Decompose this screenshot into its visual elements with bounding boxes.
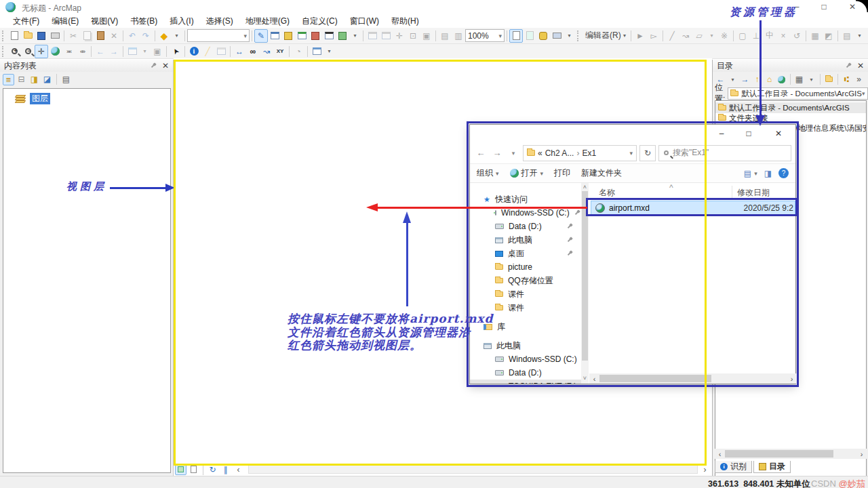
explorer-maximize-icon[interactable]: □ — [738, 127, 759, 140]
editor-toolbar-grip[interactable] — [577, 30, 580, 41]
refresh-view-button[interactable]: ↻ — [207, 464, 218, 475]
default-geodatabase-icon[interactable] — [776, 74, 787, 85]
zoom-in-icon[interactable]: + — [7, 45, 21, 58]
catalog-tree-item-default-workspace[interactable]: 默认工作目录 - Documents\ArcGIS — [715, 102, 866, 113]
file-scroll-left-icon[interactable]: ‹ — [589, 375, 599, 383]
page-zoom-in-icon[interactable]: ▤ — [438, 29, 452, 43]
cut-polygons-icon[interactable]: 中 — [763, 29, 776, 43]
location-combo[interactable]: 默认工作目录 - Documents\ArcGIS ▾ — [728, 87, 867, 100]
sidebar-scroll-thumb[interactable] — [582, 191, 588, 361]
sidebar-item-toshiba-ext[interactable]: TOSHIBA EXT (F:) — [470, 380, 581, 384]
layout-view-button[interactable] — [188, 464, 199, 475]
file-explorer-window[interactable]: – □ ✕ ← → ▾ « Ch2 A... › Ex1 ▾ ↻ 搜索"Ex1"… — [469, 124, 796, 384]
find-icon[interactable]: ∞ — [246, 45, 260, 58]
connect-folder-icon[interactable] — [823, 74, 835, 85]
fixed-zoom-in-icon[interactable]: »« — [62, 45, 75, 58]
zoom-out-icon[interactable]: − — [21, 45, 35, 58]
copy-icon[interactable] — [80, 29, 94, 43]
open-document-button[interactable] — [21, 29, 35, 43]
edit-vertices-icon[interactable]: ▢ — [736, 29, 749, 43]
catalog-back-dropdown-icon[interactable]: ▾ — [727, 74, 738, 85]
cut-icon[interactable]: ✂ — [66, 29, 80, 43]
sidebar-item-courseware-2[interactable]: 课件 — [470, 301, 581, 314]
editor-overflow-icon[interactable]: ▾ — [854, 30, 865, 41]
menu-edit[interactable]: 编辑(E) — [45, 16, 85, 27]
python-window-toggle[interactable] — [322, 29, 336, 43]
layout-page-toggle[interactable] — [509, 29, 523, 43]
editor-extra-icon[interactable]: ▤ — [840, 29, 854, 43]
measure-icon[interactable]: ↔ — [233, 45, 246, 58]
tools-overflow-icon[interactable]: ▾ — [323, 45, 335, 57]
maximize-button[interactable]: □ — [812, 0, 835, 14]
menu-customize[interactable]: 自定义(C) — [296, 16, 344, 27]
sidebar-scroll-down-icon[interactable]: ˅ — [581, 375, 589, 382]
map-scale-combo[interactable]: ▾ — [187, 29, 250, 42]
map-scroll-right-icon[interactable]: › — [699, 464, 711, 475]
sidebar-item-desktop[interactable]: 桌面 — [470, 247, 581, 260]
file-scroll-right-icon[interactable]: › — [787, 375, 797, 383]
catalog-forward-icon[interactable]: → — [739, 74, 751, 85]
sidebar-item-libraries[interactable]: 库 — [470, 320, 581, 333]
refresh-icon[interactable]: ↻ — [639, 145, 656, 161]
file-row-airport-mxd[interactable]: airport.mxd 2020/5/25 9:2 — [591, 201, 795, 216]
page-zoom-out-icon[interactable]: ▥ — [452, 29, 465, 43]
file-list-horizontal-scrollbar[interactable]: ‹ › — [589, 373, 797, 384]
add-data-dropdown-icon[interactable]: ▾ — [171, 30, 182, 41]
change-view-button[interactable]: ▤▾ — [744, 169, 757, 178]
breadcrumb-current[interactable]: Ex1 — [582, 148, 596, 158]
catalog-window-toggle[interactable] — [281, 29, 295, 43]
tools-toolbar-grip[interactable] — [2, 46, 5, 57]
save-button[interactable] — [35, 29, 48, 43]
minimize-button[interactable]: – — [785, 0, 808, 14]
catalog-horizontal-scrollbar[interactable]: ‹ › — [715, 449, 867, 459]
reshape-icon[interactable]: ⊥ — [749, 29, 763, 43]
attributes-icon[interactable]: ▦ — [808, 29, 822, 43]
redo-button[interactable]: ↷ — [139, 29, 153, 43]
zoom-to-selected-icon[interactable] — [366, 29, 379, 43]
sidebar-scroll-up-icon[interactable]: ˄ — [581, 184, 589, 190]
create-polygon-icon[interactable]: ▱ — [692, 29, 706, 43]
toc-pin-icon[interactable] — [151, 63, 157, 69]
organize-button[interactable]: 组织▾ — [477, 167, 499, 179]
new-folder-button[interactable]: 新建文件夹 — [581, 167, 622, 179]
column-divider[interactable] — [732, 186, 732, 198]
clear-selection-icon[interactable]: ▣ — [151, 45, 164, 58]
menu-windows[interactable]: 窗口(W) — [344, 16, 385, 27]
zoom-layer-icon[interactable] — [379, 29, 393, 43]
menu-selection[interactable]: 选择(S) — [200, 16, 239, 27]
split-icon[interactable]: × — [776, 29, 790, 43]
undo-button[interactable]: ↶ — [125, 29, 139, 43]
sidebar-item-windows-ssd-2[interactable]: Windows-SSD (C:) — [470, 352, 581, 366]
preview-pane-button[interactable]: ◨ — [764, 169, 772, 178]
catalog-tree-item-connection-path[interactable]: \地理信息系统\汤国安 — [793, 123, 867, 134]
list-by-selection-icon[interactable]: ◪ — [41, 74, 53, 85]
sidebar-item-this-pc[interactable]: 此电脑 — [470, 339, 581, 352]
time-slider-icon[interactable]: ◔ — [292, 45, 305, 58]
select-features-dropdown-icon[interactable]: ▾ — [139, 45, 151, 57]
sidebar-item-data-d-2[interactable]: Data (D:) — [470, 366, 581, 380]
layout-extent-toggle[interactable] — [523, 29, 536, 43]
sketch-properties-icon[interactable]: ◩ — [822, 29, 835, 43]
explorer-forward-icon[interactable]: → — [490, 148, 504, 158]
catalog-home-folder-icon[interactable]: ⌂ — [764, 74, 775, 85]
explorer-close-icon[interactable]: ✕ — [768, 127, 789, 140]
edit-tool-icon[interactable]: ► — [633, 29, 647, 43]
menu-geoprocessing[interactable]: 地理处理(G) — [239, 16, 296, 27]
address-dropdown-icon[interactable]: ▾ — [629, 150, 633, 157]
column-date-modified[interactable]: 修改日期 — [737, 187, 770, 199]
list-by-drawing-order-icon[interactable]: ≣ — [3, 74, 14, 85]
viewer-window-icon[interactable] — [310, 45, 323, 58]
toc-close-icon[interactable]: ✕ — [162, 61, 169, 70]
fixed-zoom-out-icon[interactable]: «» — [75, 45, 89, 58]
layers-label[interactable]: 图层 — [30, 93, 50, 104]
explorer-minimize-icon[interactable]: – — [711, 127, 732, 140]
catalog-tree-view-icon[interactable]: ⑆ — [841, 74, 852, 85]
sidebar-item-this-pc-pinned[interactable]: 此电脑 — [470, 233, 581, 247]
print-button[interactable] — [48, 29, 62, 43]
help-icon[interactable]: ? — [778, 168, 789, 178]
hyperlink-icon[interactable]: ╱ — [201, 45, 214, 58]
toolbar-overflow-icon[interactable]: ▾ — [349, 30, 361, 41]
extent-icon[interactable]: ⊡ — [406, 29, 420, 43]
edit-annotation-tool-icon[interactable]: ▻ — [647, 29, 660, 43]
column-name[interactable]: 名称 — [599, 187, 615, 199]
